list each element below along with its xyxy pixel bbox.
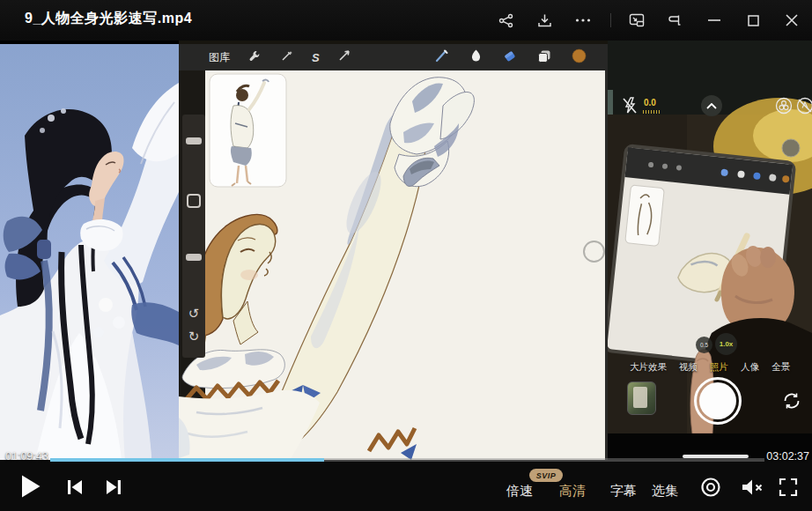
gallery-thumbnail[interactable] (627, 381, 656, 415)
exposure-value: 0.0 (644, 98, 656, 107)
next-icon[interactable] (102, 478, 125, 497)
speed-button[interactable]: 倍速 (506, 483, 533, 500)
opacity-slider[interactable] (186, 254, 202, 261)
reference-photo (0, 41, 179, 460)
touch-indicator (583, 241, 605, 263)
progress-fill (50, 458, 324, 462)
episodes-button[interactable]: 选集 (652, 483, 678, 500)
redo-icon[interactable]: ↻ (182, 330, 205, 343)
selection-icon[interactable]: S (312, 51, 320, 64)
ai-off-icon[interactable] (796, 97, 812, 118)
flash-off-icon[interactable] (622, 97, 638, 118)
mode-photo[interactable]: 照片 (710, 361, 728, 374)
shutter-inner (699, 382, 736, 419)
camera-mode-tabs: 大片效果 视频 照片 人像 全景 (608, 361, 812, 374)
flip-camera-icon[interactable] (780, 389, 803, 412)
quality-button[interactable]: 高清 (559, 483, 586, 500)
procreate-screen: 图库 S (179, 41, 608, 460)
fullscreen-icon[interactable] (777, 476, 800, 499)
layers-icon[interactable] (537, 49, 551, 66)
previous-icon[interactable] (63, 478, 86, 497)
procreate-canvas[interactable] (179, 70, 608, 460)
current-time: 01:09:43 (5, 450, 48, 463)
procreate-sidebar: ↺ ↻ (182, 115, 205, 358)
mode-video[interactable]: 视频 (679, 361, 698, 374)
reference-thumbnail (210, 74, 286, 187)
more-icon[interactable] (570, 7, 596, 33)
total-time: 03:02:37 (766, 450, 809, 463)
gallery-button[interactable]: 图库 (209, 50, 230, 65)
shutter-button[interactable] (694, 377, 742, 425)
brush-size-slider[interactable] (186, 137, 202, 144)
adjustments-icon[interactable] (280, 49, 293, 66)
titlebar: 9_人物全身光影速写.mp4 (0, 0, 812, 41)
video-frame[interactable]: 图库 S (0, 41, 812, 460)
procreate-toolbar: 图库 S (179, 44, 608, 70)
mode-panorama[interactable]: 全景 (771, 361, 790, 374)
subtitle-button[interactable]: 字幕 (610, 483, 637, 500)
brush-icon[interactable] (435, 48, 449, 66)
mode-portrait[interactable]: 人像 (741, 361, 759, 374)
pin-icon[interactable] (662, 7, 689, 33)
pip-icon[interactable] (624, 7, 650, 33)
zoom-0.5x-button[interactable]: 0.5 (696, 337, 712, 353)
close-icon[interactable] (779, 7, 805, 33)
svip-badge[interactable]: SVIP (529, 469, 563, 482)
video-player-window: 9_人物全身光影速写.mp4 (0, 0, 812, 511)
video-title: 9_人物全身光影速写.mp4 (25, 10, 192, 28)
filter-icon[interactable] (775, 97, 793, 118)
smudge-icon[interactable] (469, 48, 483, 66)
eraser-icon[interactable] (503, 49, 517, 66)
progress-bar[interactable] (50, 458, 764, 462)
phone-camera-view: 0.0 0.5 1.0x 大片效果 视频 照片 人像 全景 (608, 41, 812, 460)
player-controls: 倍速 SVIP 高清 字幕 选集 (0, 460, 812, 511)
gallery-thumbnail-image (633, 387, 647, 408)
exposure-scale (643, 110, 660, 114)
mode-movie-effect[interactable]: 大片效果 (630, 361, 667, 374)
share-icon[interactable] (492, 7, 519, 33)
titlebar-actions (480, 0, 805, 41)
zoom-1x-button[interactable]: 1.0x (715, 333, 737, 355)
volume-muted-icon[interactable] (740, 476, 764, 499)
camera-top-controls: 0.0 (608, 93, 812, 123)
minimize-icon[interactable] (701, 7, 727, 33)
play-icon[interactable] (18, 472, 44, 500)
download-icon[interactable] (531, 7, 557, 33)
transform-icon[interactable] (338, 49, 351, 65)
wrench-icon[interactable] (248, 49, 262, 66)
undo-icon[interactable]: ↺ (182, 307, 205, 320)
record-icon[interactable] (699, 476, 722, 499)
color-swatch[interactable] (572, 48, 587, 67)
collapse-icon[interactable] (701, 95, 722, 116)
maximize-icon[interactable] (740, 7, 766, 33)
titlebar-divider (610, 13, 611, 27)
modify-button[interactable] (187, 194, 201, 208)
